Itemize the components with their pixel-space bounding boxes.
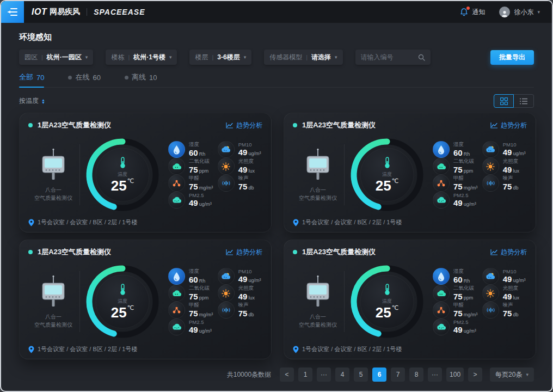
metric-pm25: PM2.5 49 ug/m³ — [433, 318, 479, 335]
location-pin-icon — [293, 346, 299, 353]
gauge-value: 25 — [376, 179, 391, 193]
sort-by-temperature[interactable]: 按温度 ▲▼ — [19, 96, 45, 106]
vertical-divider — [344, 271, 345, 332]
grid-view-icon — [500, 97, 508, 105]
metric-grid: 湿度 60 Rh — [428, 140, 527, 210]
lux-icon — [218, 158, 235, 175]
metric-pm10: PM10 49 ug/m³ — [482, 141, 527, 158]
device-caption: 八合一 空气质量检测仪 — [299, 186, 337, 202]
metric-name: 湿度 — [453, 268, 470, 275]
sensor-device-image — [304, 148, 332, 182]
page-title: 环境感知 — [19, 32, 534, 42]
trend-analysis-link[interactable]: 趋势分析 — [226, 121, 262, 130]
metric-value: 49 — [503, 275, 512, 284]
metric-humidity: 湿度 60 Rh — [433, 141, 479, 158]
formaldehyde-icon — [433, 175, 450, 192]
co2-icon — [433, 285, 450, 302]
status-tabs: 全部 70 在线 60 离线 10 — [19, 72, 534, 88]
metric-value: 49 — [238, 148, 248, 157]
page-button[interactable]: 1 — [298, 367, 312, 382]
list-view-button[interactable] — [514, 94, 534, 108]
park-filter-label: 园区 — [24, 53, 38, 62]
building-filter[interactable]: 楼栋 | 杭州·1号楼 ▾ — [106, 50, 177, 65]
metric-value: 49 — [238, 292, 248, 302]
user-menu[interactable]: 徐小东 ▾ — [499, 7, 540, 17]
tab-all[interactable]: 全部 70 — [19, 72, 44, 87]
metric-pm25: PM2.5 49 ug/m³ — [433, 192, 479, 209]
online-status-icon — [293, 250, 297, 254]
floor-filter[interactable]: 楼层 | 3-6楼层 ▾ — [189, 50, 251, 65]
co2-icon — [168, 285, 185, 302]
metric-name: 二氧化碳 — [189, 285, 210, 292]
device-card: 1层A23空气质量检测仪 趋势分析 — [284, 240, 536, 359]
tab-offline[interactable]: 离线 10 — [125, 72, 157, 87]
batch-export-button[interactable]: 批量导出 — [490, 50, 534, 65]
tab-all-label: 全部 — [19, 72, 33, 82]
page-button[interactable]: 4 — [335, 367, 349, 382]
pm25-icon — [433, 318, 450, 335]
page-ellipsis[interactable]: ··· — [317, 367, 331, 382]
trend-analysis-link[interactable]: 趋势分析 — [490, 121, 527, 130]
temperature-gauge: 温度 25 ℃ — [82, 134, 163, 216]
gauge-center: 温度 25 ℃ — [82, 261, 163, 342]
building-filter-label: 楼栋 — [111, 53, 124, 62]
park-filter[interactable]: 园区 | 杭州·一园区 ▾ — [19, 50, 93, 65]
device-zone: 八合一 空气质量检测仪 — [293, 148, 343, 202]
metric-co2: 二氧化碳 75 ppm — [433, 285, 479, 302]
lux-icon — [218, 285, 235, 302]
metric-value: 60 — [453, 275, 463, 285]
metric-formaldehyde: 甲醛 75 mg/m³ — [168, 175, 214, 192]
page-button-active[interactable]: 6 — [372, 367, 386, 382]
sidebar-collapse-button[interactable] — [1, 1, 24, 23]
user-name: 徐小东 — [514, 8, 533, 17]
metric-name: 二氧化碳 — [453, 285, 474, 292]
metric-co2: 二氧化碳 75 ppm — [168, 158, 214, 175]
page-button[interactable]: 100 — [446, 367, 464, 382]
device-card: 1层A23空气质量检测仪 趋势分析 — [19, 113, 272, 232]
metric-unit: ppm — [464, 295, 474, 301]
notifications-button[interactable]: 通知 — [460, 8, 485, 17]
search-icon[interactable] — [418, 54, 425, 61]
logo-space-text: SPACEEASE — [94, 8, 145, 16]
gauge-value: 25 — [111, 179, 127, 193]
tab-online[interactable]: 在线 60 — [68, 72, 100, 87]
metric-value: 75 — [189, 309, 198, 318]
building-filter-value: 杭州·1号楼 — [133, 53, 165, 62]
trend-analysis-link[interactable]: 趋势分析 — [490, 248, 527, 257]
device-card: 1层A23空气质量检测仪 趋势分析 — [19, 240, 272, 359]
filter-separator: | — [306, 54, 308, 60]
gauge-unit: ℃ — [392, 304, 398, 311]
metric-grid: 湿度 60 Rh — [164, 267, 262, 336]
online-dot-icon — [68, 76, 72, 79]
page-button[interactable]: 7 — [391, 367, 405, 382]
device-caption-line2: 空气质量检测仪 — [34, 194, 72, 202]
device-location: 1号会议室 / 会议室 / B区 / 2层 / 1号楼 — [38, 345, 137, 353]
floor-filter-value: 3-6楼层 — [217, 53, 239, 62]
tab-online-label: 在线 — [75, 72, 89, 82]
online-status-icon — [293, 123, 297, 127]
page-ellipsis[interactable]: ··· — [428, 367, 442, 382]
chevron-down-icon: ▾ — [537, 9, 540, 15]
metric-unit: db — [248, 185, 254, 191]
gauge-center: 温度 25 ℃ — [346, 261, 428, 342]
page-next-button[interactable]: > — [468, 367, 482, 382]
search-input[interactable] — [361, 53, 418, 61]
metric-noise: 噪声 75 db — [218, 175, 262, 192]
metric-value: 60 — [189, 149, 198, 158]
page-button[interactable]: 8 — [409, 367, 423, 382]
trend-analysis-link[interactable]: 趋势分析 — [226, 248, 262, 257]
metric-humidity: 湿度 60 Rh — [168, 268, 214, 285]
floor-filter-label: 楼层 — [195, 53, 208, 62]
page-size-select[interactable]: 每页20条 ▾ — [490, 367, 534, 382]
page-prev-button[interactable]: < — [280, 367, 294, 382]
sensor-model-filter[interactable]: 传感器模型 | 请选择 ▾ — [264, 50, 342, 65]
metric-name: 二氧化碳 — [453, 158, 474, 165]
device-caption-line2: 空气质量检测仪 — [299, 194, 337, 202]
device-caption-line2: 空气质量检测仪 — [34, 321, 72, 329]
grid-view-button[interactable] — [494, 94, 514, 108]
metric-noise: 噪声 75 db — [482, 302, 527, 318]
page-button[interactable]: 5 — [354, 367, 368, 382]
noise-icon — [218, 175, 235, 192]
sensor-filter-label: 传感器模型 — [269, 53, 302, 62]
metric-unit: db — [513, 312, 518, 317]
